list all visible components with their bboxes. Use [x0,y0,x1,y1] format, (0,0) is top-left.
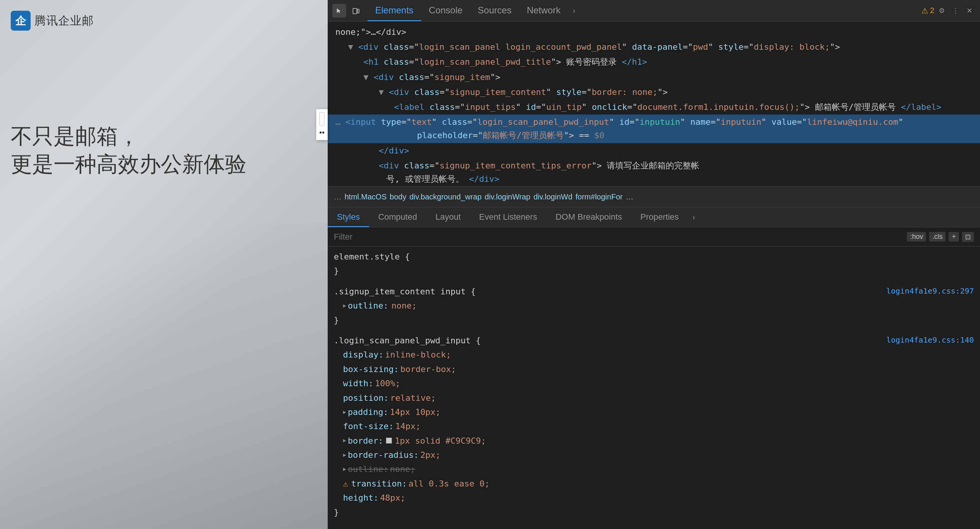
tree-line-selected[interactable]: … <input type="text" class="login_scan_p… [328,114,980,143]
tree-line: <div class="signup_item_content_tips_err… [328,158,980,186]
settings-button[interactable]: ⚙ [936,5,948,17]
devtools-tabs: Elements Console Sources Network › [368,0,580,21]
css-source-link-2[interactable]: login4fa1e9.css:140 [886,333,974,346]
tree-line: none;">…</div> [328,24,980,39]
warning-icon-transition: ⚠ [343,477,348,491]
close-devtools-button[interactable]: ✕ [963,5,975,17]
tab-layout[interactable]: Layout [426,207,470,227]
devtools-panel: Elements Console Sources Network › ⚠ 2 ⚙… [328,0,980,529]
more-options-button[interactable]: ⋮ [949,5,962,17]
more-styles-tabs[interactable]: › [688,213,700,222]
css-prop-font-size: font-size: 14px; [334,419,974,433]
css-prop-height: height: 48px; [334,491,974,505]
tab-network[interactable]: Network [519,0,568,21]
devtools-toolbar: Elements Console Sources Network › ⚠ 2 ⚙… [328,0,980,21]
expand-triangle-4[interactable]: ▶ [343,451,346,460]
filter-buttons: :hov .cls + ⊡ [901,232,974,242]
css-prop-outline-strikethrough: ▶ outline: none; [334,462,974,476]
breadcrumb-html[interactable]: html.MacOS [345,193,387,201]
html-tree-panel: none;">…</div> ▼ <div class="login_scan_… [328,21,980,186]
breadcrumb-form[interactable]: form#loginFor [575,193,622,201]
tencent-logo-icon: 企 [11,11,31,31]
tab-properties[interactable]: Properties [631,207,688,227]
css-rule-element-style: element.style { } [334,250,974,278]
breadcrumb-bar: … html.MacOS body div.background_wrap di… [328,186,980,207]
tab-sources[interactable]: Sources [470,0,519,21]
devtools-icons [328,4,368,18]
tab-elements[interactable]: Elements [368,0,421,21]
svg-rect-2 [353,8,357,14]
tab-console[interactable]: Console [421,0,470,21]
css-property-outline: ▶ outline: none; [334,299,974,313]
add-style-button[interactable]: + [949,232,959,242]
hero-text: 不只是邮箱， 更是一种高效办公新体验 [11,122,247,178]
tab-styles[interactable]: Styles [328,207,369,227]
css-prop-box-sizing: box-sizing: border-box; [334,362,974,376]
tree-line: ▼ <div class="login_scan_panel login_acc… [328,39,980,54]
css-prop-border-radius: ▶ border-radius: 2px; [334,448,974,462]
warning-icon: ⚠ [921,6,928,15]
login-input-partial [319,112,325,126]
warning-badge[interactable]: ⚠ 2 [922,5,934,17]
tab-dom-breakpoints[interactable]: DOM Breakpoints [546,207,631,227]
warning-count: 2 [930,6,934,15]
expand-triangle[interactable]: ▶ [343,301,346,310]
tree-line: <h1 class="login_scan_panel_pwd_title"> … [328,54,980,69]
svg-rect-3 [358,9,359,13]
tab-event-listeners[interactable]: Event Listeners [470,207,547,227]
svg-text:企: 企 [15,15,26,27]
breadcrumb-body[interactable]: body [390,193,406,201]
laptop-overlay [0,223,329,529]
inspect-element-button[interactable] [332,4,346,18]
styles-tabs: Styles Computed Layout Event Listeners D… [328,207,980,227]
logo-text: 腾讯企业邮 [34,13,94,29]
more-tabs-button[interactable]: › [568,6,580,15]
css-source-link[interactable]: login4fa1e9.css:297 [886,284,974,297]
layout-button[interactable]: ⊡ [962,232,974,242]
tree-line: ▼ <div class="signup_item"> [328,70,980,85]
tree-line: <label class="input_tips" id="uin_tip" o… [328,100,980,114]
css-close-brace: } [334,313,974,327]
styles-filter-input[interactable] [334,232,901,242]
color-swatch-border[interactable] [386,438,392,444]
login-dots-partial: •• [319,128,325,137]
devtools-toolbar-right: ⚠ 2 ⚙ ⋮ ✕ [917,5,980,17]
breadcrumb-loginwd[interactable]: div.loginWd [533,193,572,201]
breadcrumb-more[interactable]: … [334,193,341,201]
page-container: 企 腾讯企业邮 不只是邮箱， 更是一种高效办公新体验 [0,0,980,529]
cls-filter-button[interactable]: .cls [929,232,946,242]
css-rule-signup-input: .signup_item_content input { login4fa1e9… [334,284,974,327]
logo-area: 企 腾讯企业邮 [11,11,94,31]
breadcrumb-background-wrap[interactable]: div.background_wrap [409,193,482,201]
login-form-partial: •• [316,109,328,140]
device-toolbar-button[interactable] [349,4,363,18]
css-prop-width: width: 100%; [334,376,974,390]
expand-triangle-5[interactable]: ▶ [343,465,346,474]
css-close-brace: } [334,264,974,278]
breadcrumb-ellipsis[interactable]: … [626,193,634,201]
expand-triangle-3[interactable]: ▶ [343,436,346,445]
expand-triangle-2[interactable]: ▶ [343,408,346,417]
css-rule-header: .login_scan_panel_pwd_input { login4fa1e… [334,333,974,348]
tree-line: </div> [328,143,980,158]
css-selector: element.style { [334,250,974,264]
hero-line2: 更是一种高效办公新体验 [11,150,247,178]
css-close-brace-2: } [334,505,974,519]
css-rule-login-input: .login_scan_panel_pwd_input { login4fa1e… [334,333,974,519]
css-prop-display: display: inline-block; [334,348,974,362]
css-rules-panel: element.style { } .signup_item_content i… [328,247,980,529]
css-prop-position: position: relative; [334,391,974,405]
breadcrumb-loginwrap[interactable]: div.loginWrap [485,193,530,201]
css-prop-border: ▶ border: 1px solid #C9C9C9; [334,434,974,448]
filter-bar: :hov .cls + ⊡ [328,227,980,247]
hov-filter-button[interactable]: :hov [907,232,926,242]
hero-line1: 不只是邮箱， [11,122,247,150]
background-area [0,0,329,529]
css-prop-padding: ▶ padding: 14px 10px; [334,405,974,419]
tree-line: ▼ <div class="signup_item_content" style… [328,85,980,100]
tab-computed[interactable]: Computed [369,207,426,227]
css-rule-header: .signup_item_content input { login4fa1e9… [334,284,974,299]
styles-panel: Styles Computed Layout Event Listeners D… [328,207,980,529]
css-prop-transition: ⚠ transition: all 0.3s ease 0; [334,477,974,491]
